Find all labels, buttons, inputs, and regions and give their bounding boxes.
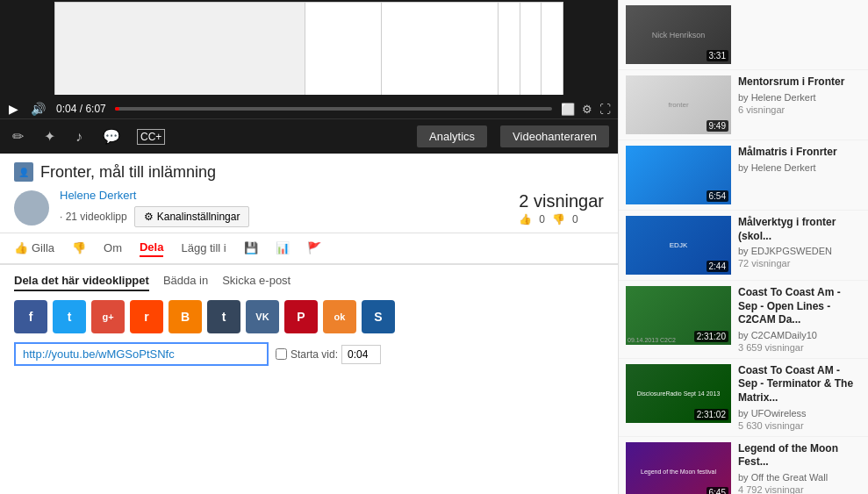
- facebook-button[interactable]: f: [14, 300, 47, 333]
- flag-icon: 🚩: [307, 241, 321, 254]
- tab-flag-icon[interactable]: 🚩: [307, 241, 321, 256]
- video-item-title: Legend of the Moon Fest...: [738, 442, 861, 469]
- start-time-input[interactable]: [341, 345, 381, 364]
- channel-name-link[interactable]: Helene Derkert: [60, 189, 249, 202]
- video-frame: 👤 Deltagare dold v. 38 🚪: [0, 0, 618, 97]
- video-item-title: Målverktyg i fronter (skol...: [738, 216, 861, 243]
- video-item-title: Målmatris i Fronrter: [738, 146, 861, 160]
- settings-icon[interactable]: ⚙: [582, 103, 592, 116]
- sidebar: Nick Henrikson 3:31 fronter 9:49 Mentors…: [618, 0, 868, 494]
- social-icons: f t g+ r B t VK P ok S: [14, 300, 604, 333]
- action-tabs: 👍 Gilla 👎 Om Dela Lägg till i 💾 📊: [0, 233, 618, 265]
- channel-type-icon: 👤: [14, 162, 33, 182]
- blogger-button[interactable]: B: [169, 300, 202, 333]
- vk-button[interactable]: VK: [246, 300, 279, 333]
- video-item-title: Mentorsrum i Fronter: [738, 75, 861, 89]
- list-item[interactable]: fronter 9:49 Mentorsrum i Fronter by Hel…: [619, 70, 868, 140]
- share-url-row: Starta vid:: [14, 342, 604, 366]
- subtitle-icon[interactable]: ⬜: [561, 103, 575, 116]
- edit-icon[interactable]: ✏: [9, 125, 27, 148]
- thumbnail: fronter 9:49: [626, 75, 731, 134]
- fullscreen-icon[interactable]: ⛶: [599, 103, 611, 116]
- list-item[interactable]: EDJK 2:44 Målverktyg i fronter (skol... …: [619, 211, 868, 281]
- thumbnail: 6:54: [626, 146, 731, 204]
- tab-dislike[interactable]: 👎: [72, 241, 86, 256]
- tumblr-button[interactable]: t: [207, 300, 240, 333]
- time-display: 0:04 / 6:07: [56, 103, 106, 115]
- magic-icon[interactable]: ✦: [40, 125, 59, 148]
- thumbnail: 09.14.2013 C2C2 2:31:20: [626, 286, 731, 345]
- channel-settings-button[interactable]: ⚙ Kanalinställningar: [134, 206, 250, 227]
- duration-badge: 6:45: [707, 487, 728, 494]
- video-item-channel: by UFOwireless: [738, 408, 861, 419]
- pinterest-button[interactable]: P: [284, 300, 318, 333]
- video-controls: ▶ 🔊 0:04 / 6:07 ⬜ ⚙ ⛶: [0, 97, 618, 118]
- tab-gilla[interactable]: 👍 Gilla: [14, 241, 54, 256]
- list-item[interactable]: Nick Henrikson 3:31: [619, 0, 868, 70]
- caption-icon[interactable]: CC+: [137, 129, 165, 145]
- list-item[interactable]: DisclosureRadio Sept 14 2013 2:31:02 Coa…: [619, 359, 868, 437]
- share-tab-epost[interactable]: Skicka e-post: [222, 274, 291, 291]
- start-time-checkbox[interactable]: [276, 348, 287, 360]
- duration-badge: 3:31: [707, 50, 728, 61]
- duration-badge: 2:31:02: [694, 409, 728, 420]
- avatar: [14, 190, 49, 226]
- video-item-channel: by Helene Derkert: [738, 162, 861, 173]
- video-meta: Coast To Coast Am - Sep - Open Lines - C…: [738, 286, 861, 353]
- current-time: 0:04: [56, 103, 76, 115]
- video-count: · 21 videoklipp: [60, 211, 127, 223]
- list-item[interactable]: 09.14.2013 C2C2 2:31:20 Coast To Coast A…: [619, 281, 868, 359]
- duration-badge: 6:54: [707, 190, 728, 202]
- thumbnail: Nick Henrikson 3:31: [626, 5, 731, 64]
- thumbs-up-icon: 👍: [519, 213, 532, 226]
- analytics-button[interactable]: Analytics: [417, 125, 487, 147]
- share-url-input[interactable]: [14, 342, 269, 366]
- reddit-button[interactable]: r: [130, 300, 163, 333]
- tab-save-icon[interactable]: 💾: [244, 241, 258, 256]
- tab-stats-icon[interactable]: 📊: [276, 241, 290, 256]
- share-tab-dela[interactable]: Dela det här videoklippet: [14, 274, 149, 291]
- video-info: 👤 Fronter, mål till inlämning Helene Der…: [0, 154, 618, 233]
- progress-fill: [115, 107, 119, 111]
- video-title: Fronter, mål till inlämning: [40, 163, 216, 182]
- tab-dela[interactable]: Dela: [140, 240, 163, 257]
- channel-info: Helene Derkert · 21 videoklipp ⚙ Kanalin…: [60, 189, 249, 227]
- like-count: 0: [539, 213, 545, 226]
- tab-om[interactable]: Om: [104, 241, 122, 256]
- thumbs-down-icon: 👎: [552, 213, 565, 226]
- gear-icon: ⚙: [144, 211, 154, 223]
- thumbs-up-tab-icon: 👍: [14, 241, 28, 254]
- start-time-label: Starta vid:: [291, 348, 338, 361]
- share-tabs: Dela det här videoklippet Bädda in Skick…: [14, 274, 604, 291]
- skyrock-button[interactable]: S: [362, 300, 395, 333]
- tab-lagg-till[interactable]: Lägg till i: [181, 241, 226, 256]
- video-meta: Coast To Coast AM - Sep - Terminator & T…: [738, 364, 861, 431]
- music-icon[interactable]: ♪: [72, 125, 86, 148]
- video-item-title: Coast To Coast Am - Sep - Open Lines - C…: [738, 286, 861, 327]
- video-item-views: 3 659 visningar: [738, 342, 861, 353]
- twitter-button[interactable]: t: [53, 300, 86, 333]
- video-meta: Målmatris i Fronrter by Helene Derkert: [738, 146, 861, 175]
- video-item-channel: by EDJKPGSWEDEN: [738, 246, 861, 256]
- share-section: Dela det här videoklippet Bädda in Skick…: [0, 265, 618, 375]
- share-tab-badda[interactable]: Bädda in: [163, 274, 208, 291]
- videomanager-button[interactable]: Videohanteraren: [500, 125, 609, 147]
- thumbnail: DisclosureRadio Sept 14 2013 2:31:02: [626, 364, 731, 423]
- progress-bar[interactable]: [115, 107, 552, 111]
- speech-icon[interactable]: 💬: [99, 125, 124, 148]
- stats-icon: 📊: [276, 241, 290, 254]
- thumbnail: EDJK 2:44: [626, 216, 731, 275]
- video-item-channel: by Off the Great Wall: [738, 472, 861, 483]
- video-meta: Legend of the Moon Fest... by Off the Gr…: [738, 442, 861, 494]
- volume-button[interactable]: 🔊: [29, 100, 47, 118]
- list-item[interactable]: 6:54 Målmatris i Fronrter by Helene Derk…: [619, 140, 868, 211]
- play-button[interactable]: ▶: [7, 100, 20, 118]
- video-meta: Mentorsrum i Fronter by Helene Derkert 6…: [738, 75, 861, 115]
- video-item-views: 6 visningar: [738, 104, 861, 115]
- view-count-area: 2 visningar 👍 0 👎 0: [519, 191, 604, 226]
- total-time: 6:07: [85, 103, 105, 115]
- list-item[interactable]: Legend of the Moon festival 6:45 Legend …: [619, 437, 868, 494]
- video-meta: Målverktyg i fronter (skol... by EDJKPGS…: [738, 216, 861, 268]
- google-plus-button[interactable]: g+: [91, 300, 125, 333]
- odnoklassniki-button[interactable]: ok: [323, 300, 356, 333]
